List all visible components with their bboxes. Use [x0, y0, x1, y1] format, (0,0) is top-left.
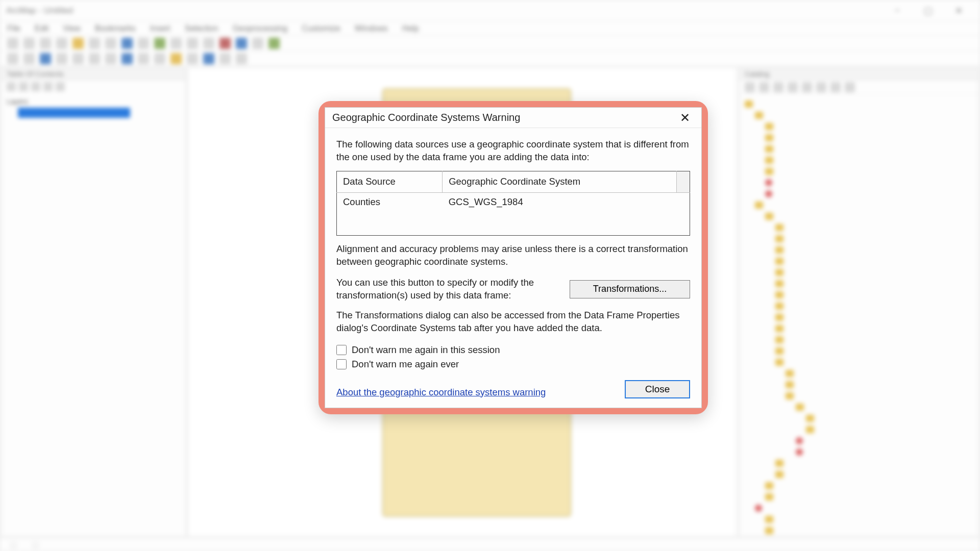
dialog-titlebar[interactable]: Geographic Coordinate Systems Warning ✕	[325, 108, 701, 128]
menu-windows[interactable]: Windows	[355, 24, 388, 33]
gcs-table-scrollbar[interactable]	[677, 171, 690, 192]
maximize-icon[interactable]: ▢	[913, 0, 943, 21]
window-title: ArcMap - Untitled	[6, 6, 73, 16]
catalog-panel[interactable]: Catalog	[739, 67, 979, 537]
catalog-title: Catalog	[740, 68, 978, 80]
gcs-warning-dialog: Geographic Coordinate Systems Warning ✕ …	[325, 107, 702, 408]
gcs-table-header-source: Data Source	[337, 171, 443, 192]
dialog-msg-properties: The Transformations dialog can also be a…	[336, 309, 690, 335]
toc-title: Table Of Contents	[2, 68, 185, 80]
table-of-contents-panel[interactable]: Table Of Contents Layers	[1, 67, 186, 537]
help-link-text: About the geographic coordinate systems …	[336, 387, 546, 397]
row-gcs: GCS_WGS_1984	[443, 192, 677, 235]
toolbar-tools[interactable]	[0, 51, 980, 66]
gcs-table-header-gcs: Geographic Coordinate System	[443, 171, 677, 192]
bottom-tab-layout[interactable]: ⬚	[32, 541, 39, 549]
dialog-highlight-frame: Geographic Coordinate Systems Warning ✕ …	[318, 101, 708, 414]
close-window-icon[interactable]: ✕	[943, 0, 974, 21]
catalog-tree[interactable]	[740, 94, 978, 540]
help-link[interactable]: About the geographic coordinate systems …	[336, 386, 546, 398]
dialog-msg-intro: The following data sources use a geograp…	[336, 138, 690, 164]
menu-help[interactable]: Help	[402, 24, 419, 33]
gcs-table: Data Source Geographic Coordinate System…	[336, 171, 690, 236]
close-button[interactable]: Close	[625, 380, 690, 398]
menu-edit[interactable]: Edit	[35, 24, 49, 33]
close-icon[interactable]: ✕	[676, 111, 694, 125]
dont-warn-session-text: Don't warn me again in this session	[352, 344, 500, 357]
dialog-msg-alignment: Alignment and accuracy problems may aris…	[336, 243, 690, 268]
dialog-title: Geographic Coordinate Systems Warning	[332, 112, 520, 123]
table-row[interactable]: Counties GCS_WGS_1984	[337, 192, 690, 235]
toc-selected-layer[interactable]	[18, 108, 130, 118]
menu-bookmarks[interactable]: Bookmarks	[95, 24, 136, 33]
dont-warn-ever-text: Don't warn me again ever	[352, 358, 459, 371]
window-titlebar: ArcMap - Untitled − ▢ ✕	[0, 0, 980, 21]
menu-geoprocessing[interactable]: Geoprocessing	[233, 24, 288, 33]
toc-root[interactable]: Layers	[7, 97, 180, 106]
menu-insert[interactable]: Insert	[150, 24, 170, 33]
row-source: Counties	[337, 192, 443, 235]
dont-warn-session-checkbox[interactable]	[336, 345, 347, 355]
dont-warn-ever-label[interactable]: Don't warn me again ever	[336, 358, 690, 371]
menu-view[interactable]: View	[63, 24, 80, 33]
bottom-tab-drawing[interactable]: ⬚	[10, 541, 17, 549]
menu-file[interactable]: File	[7, 24, 20, 33]
toolbar-standard[interactable]	[0, 36, 980, 51]
menubar[interactable]: File Edit View Bookmarks Insert Selectio…	[0, 21, 980, 36]
menu-selection[interactable]: Selection	[185, 24, 218, 33]
transformations-button[interactable]: Transformations...	[570, 280, 690, 298]
dialog-transform-hint: You can use this button to specify or mo…	[336, 277, 557, 302]
dont-warn-session-label[interactable]: Don't warn me again in this session	[336, 344, 690, 357]
minimize-icon[interactable]: −	[882, 0, 913, 21]
menu-customize[interactable]: Customize	[302, 24, 340, 33]
dont-warn-ever-checkbox[interactable]	[336, 359, 347, 369]
